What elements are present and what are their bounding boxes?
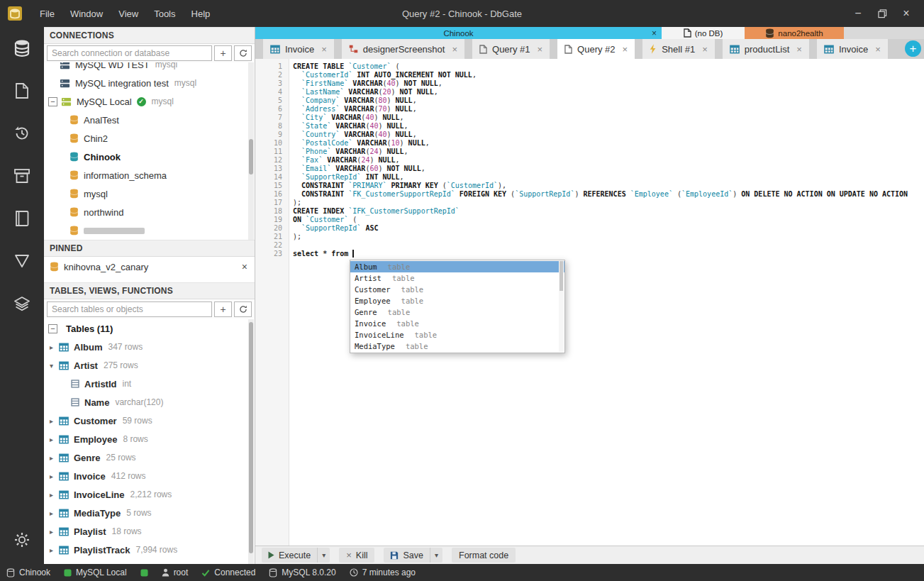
- chevron-right-icon[interactable]: ▸: [50, 417, 59, 425]
- sidebar-file-button[interactable]: [0, 70, 44, 112]
- autocomplete-item-artist[interactable]: Artisttable: [350, 272, 564, 284]
- tab-group-chinook[interactable]: Chinook×: [255, 27, 662, 39]
- sidebar-history-button[interactable]: [0, 112, 44, 155]
- autocomplete-item-mediatype[interactable]: MediaTypetable: [350, 341, 564, 352]
- connection-item-chinook[interactable]: Chinook: [44, 148, 255, 166]
- sidebar-archive-button[interactable]: [0, 155, 44, 197]
- connection-item-information-schema[interactable]: information_schema: [44, 166, 255, 184]
- autocomplete-item-album[interactable]: Albumtable: [350, 261, 564, 272]
- close-group-icon[interactable]: ×: [652, 27, 657, 39]
- connection-item-mysql-integration-test[interactable]: MySQL integration testmysql: [44, 74, 255, 92]
- close-tab-icon[interactable]: ×: [702, 44, 708, 55]
- table-item-playlisttrack[interactable]: ▸PlaylistTrack7,994 rows: [44, 541, 255, 559]
- sidebar-book-button[interactable]: [0, 197, 44, 240]
- sidebar-database-button[interactable]: [0, 27, 44, 70]
- collapse-toggle[interactable]: −: [48, 324, 57, 333]
- chevron-right-icon[interactable]: ▸: [50, 546, 59, 554]
- autocomplete-item-customer[interactable]: Customertable: [350, 284, 564, 295]
- table-item-invoice[interactable]: ▸Invoice412 rows: [44, 467, 255, 485]
- menu-view[interactable]: View: [111, 0, 146, 27]
- maximize-button[interactable]: [870, 0, 894, 27]
- tab-query-1-2[interactable]: Query #1×: [472, 39, 550, 59]
- refresh-tables-button[interactable]: [234, 301, 252, 317]
- refresh-connections-button[interactable]: [234, 45, 252, 61]
- tab-shell-1-4[interactable]: Shell #1×: [642, 39, 715, 59]
- sidebar-funnel-button[interactable]: [0, 240, 44, 282]
- tab-invoice-0[interactable]: Invoice×: [263, 39, 334, 59]
- table-item-customer[interactable]: ▸Customer59 rows: [44, 411, 255, 430]
- add-table-button[interactable]: +: [214, 301, 232, 317]
- save-options-button[interactable]: ▾: [430, 548, 442, 563]
- menu-help[interactable]: Help: [184, 0, 218, 27]
- close-tab-icon[interactable]: ×: [623, 44, 628, 55]
- tab-invoice-6[interactable]: Invoice×: [817, 39, 888, 59]
- sidebar-settings-button[interactable]: [0, 519, 44, 561]
- chevron-down-icon[interactable]: ▾: [50, 362, 59, 370]
- close-tab-icon[interactable]: ×: [321, 44, 327, 55]
- close-tab-icon[interactable]: ×: [796, 44, 802, 55]
- connection-item-partial[interactable]: [44, 221, 255, 240]
- minimize-button[interactable]: −: [846, 0, 870, 27]
- chevron-right-icon[interactable]: ▸: [50, 528, 59, 536]
- autocomplete-item-invoiceline[interactable]: InvoiceLinetable: [350, 329, 564, 341]
- sidebar-layers-button[interactable]: [0, 282, 44, 325]
- autocomplete-item-genre[interactable]: Genretable: [350, 306, 564, 318]
- table-item-album[interactable]: ▸Album347 rows: [44, 338, 255, 356]
- chevron-right-icon[interactable]: ▸: [50, 343, 59, 351]
- menu-file[interactable]: File: [32, 0, 62, 27]
- connections-scrollbar[interactable]: [248, 62, 254, 240]
- table-item-playlist[interactable]: ▸Playlist18 rows: [44, 522, 255, 541]
- chevron-right-icon[interactable]: ▸: [50, 454, 59, 462]
- tab-query-2-3[interactable]: Query #2×: [557, 39, 635, 59]
- close-tab-icon[interactable]: ×: [538, 44, 543, 55]
- table-item-invoiceline[interactable]: ▸InvoiceLine2,212 rows: [44, 485, 255, 504]
- menu-tools[interactable]: Tools: [146, 0, 183, 27]
- close-tab-icon[interactable]: ×: [452, 44, 457, 55]
- tab-group-no-db[interactable]: (no DB): [662, 27, 745, 39]
- connection-item-analtest[interactable]: AnalTest: [44, 111, 255, 129]
- format-code-button[interactable]: Format code: [452, 548, 516, 563]
- table-item-employee[interactable]: ▸Employee8 rows: [44, 430, 255, 448]
- add-connection-button[interactable]: +: [214, 45, 232, 61]
- connection-item-mysql-local[interactable]: −MySQL Local✓mysql: [44, 92, 255, 111]
- tables-search-input[interactable]: [47, 301, 212, 317]
- column-item-artistid[interactable]: ArtistIdint: [44, 375, 255, 393]
- pinned-item-knihovna-v2-canary[interactable]: knihovna_v2_canary×: [44, 257, 255, 277]
- connection-item-mysql[interactable]: mysql: [44, 184, 255, 203]
- autocomplete-item-employee[interactable]: Employeetable: [350, 295, 564, 306]
- unpin-close-icon[interactable]: ×: [242, 261, 247, 272]
- save-button[interactable]: Save: [384, 548, 430, 563]
- collapse-toggle[interactable]: −: [48, 97, 57, 106]
- connection-item-mysql-wd-test[interactable]: MySQL WD TESTmysql: [44, 62, 255, 74]
- scrollbar-thumb[interactable]: [249, 139, 253, 175]
- table-item-mediatype[interactable]: ▸MediaType5 rows: [44, 504, 255, 522]
- table-item-genre[interactable]: ▸Genre25 rows: [44, 448, 255, 467]
- tab-group-nano2health[interactable]: nano2health: [745, 27, 844, 39]
- table-item-artist[interactable]: ▾Artist275 rows: [44, 356, 255, 375]
- tables-group-header[interactable]: −Tables (11): [44, 319, 255, 338]
- chevron-right-icon[interactable]: ▸: [50, 491, 59, 499]
- scrollbar-thumb[interactable]: [560, 261, 563, 291]
- close-button[interactable]: ×: [894, 0, 918, 27]
- menu-window[interactable]: Window: [62, 0, 111, 27]
- scrollbar-thumb[interactable]: [249, 322, 253, 553]
- chevron-right-icon[interactable]: ▸: [50, 472, 59, 480]
- tab-productlist-5[interactable]: productList×: [723, 39, 809, 59]
- column-item-name[interactable]: Namevarchar(120): [44, 393, 255, 411]
- sql-editor[interactable]: 1234567891011121314151617181920212223 CR…: [255, 59, 924, 546]
- execute-options-button[interactable]: ▾: [317, 548, 330, 563]
- tab-designerscreenshot-1[interactable]: designerScreenshot×: [342, 39, 464, 59]
- new-tab-button[interactable]: +: [905, 40, 921, 57]
- kill-button[interactable]: × Kill: [339, 548, 374, 563]
- column-icon: [71, 398, 79, 406]
- connection-item-northwind[interactable]: northwind: [44, 203, 255, 221]
- tables-scrollbar[interactable]: [248, 319, 254, 564]
- chevron-right-icon[interactable]: ▸: [50, 436, 59, 443]
- autocomplete-scrollbar[interactable]: [559, 261, 564, 352]
- connections-search-input[interactable]: [47, 45, 212, 61]
- close-tab-icon[interactable]: ×: [875, 44, 881, 55]
- execute-button[interactable]: Execute: [262, 548, 317, 563]
- autocomplete-item-invoice[interactable]: Invoicetable: [350, 318, 564, 329]
- connection-item-chin2[interactable]: Chin2: [44, 129, 255, 148]
- chevron-right-icon[interactable]: ▸: [50, 509, 59, 517]
